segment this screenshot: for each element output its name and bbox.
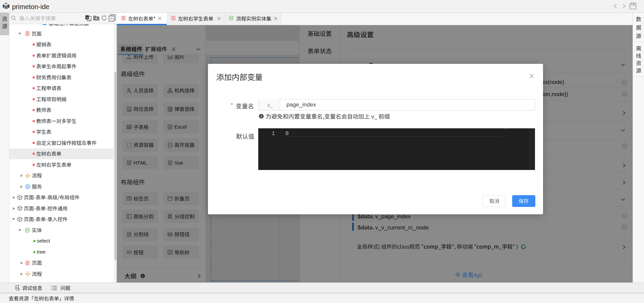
svg-text:in: in (86, 16, 88, 19)
